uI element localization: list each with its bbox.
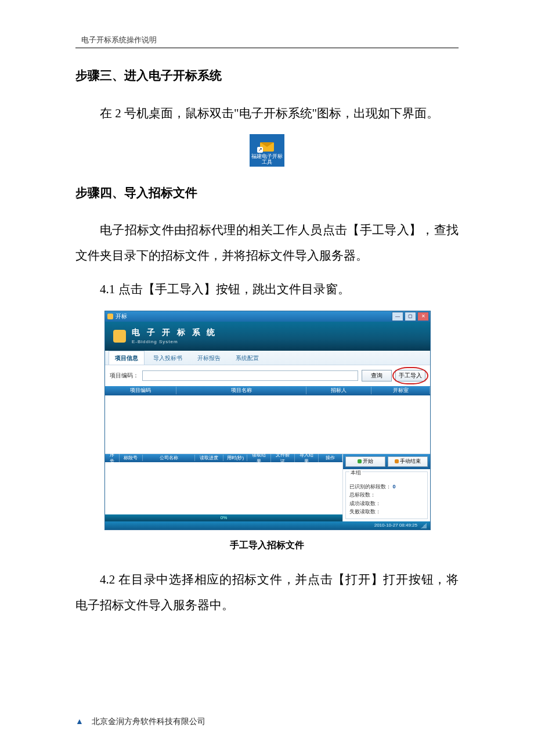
col-project-code: 项目编码 (105, 387, 176, 394)
desktop-icon-figure: ↗ 福建电子开标 工具 (75, 134, 459, 167)
start-button-label: 开始 (363, 458, 373, 465)
col-project-name: 项目名称 (176, 387, 306, 394)
shortcut-arrow-icon: ↗ (257, 147, 263, 153)
figure-caption: 手工导入招标文件 (75, 539, 459, 552)
col-elapsed: 用时(秒) (223, 455, 247, 461)
app-title: 电 子 开 标 系 统 (132, 327, 217, 338)
tab-bar: 项目信息 导入投标书 开标报告 系统配置 (105, 351, 430, 365)
col-read-prog: 读取进度 (195, 455, 223, 461)
tab-bid-report[interactable]: 开标报告 (191, 351, 227, 365)
stat-fail: 失败读取数： (349, 507, 424, 516)
heading-step-3: 步骤三、进入电子开标系统 (75, 66, 459, 85)
app-subtitle: E-Bidding System (132, 339, 217, 344)
status-time: 2010-10-27 08:49:25 (374, 523, 417, 528)
app-logo-icon (113, 330, 126, 343)
desktop-shortcut-icon: ↗ 福建电子开标 工具 (250, 134, 284, 167)
col-bidder: 招标人 (306, 387, 371, 394)
maximize-button[interactable]: ▢ (405, 312, 416, 321)
horizontal-rule (75, 48, 459, 48)
screenshot-figure: 开标 — ▢ ✕ 电 子 开 标 系 统 E-Bidding System 项目… (104, 311, 459, 530)
heading-step-4: 步骤四、导入招标文件 (75, 183, 459, 203)
stat-total-bidders: 总标段数： (349, 491, 424, 499)
paragraph-step-3: 在 2 号机桌面，鼠标双击"电子开标系统"图标，出现如下界面。 (75, 100, 459, 126)
envelope-icon: ↗ (259, 139, 275, 152)
col-action: 操作 (319, 455, 342, 461)
paragraph-4-2: 4.2 在目录中选择相应的招标文件，并点击【打开】打开按钮，将电子招标文件导入服… (75, 567, 459, 618)
search-toolbar: 项目编码： 查询 手工导入 (105, 365, 430, 386)
lower-left-panel: 序号 标段号 公司名称 读取进度 用时(秒) 读取结果 文件验证 导入结果 操作… (105, 454, 342, 521)
manual-end-button-label: 手动结束 (400, 458, 421, 465)
query-button[interactable]: 查询 (362, 370, 392, 381)
progress-table-header: 序号 标段号 公司名称 读取进度 用时(秒) 读取结果 文件验证 导入结果 操作 (105, 454, 342, 462)
running-head: 电子开标系统操作说明 (81, 35, 459, 45)
paragraph-step-4-intro: 电子招标文件由招标代理的相关工作人员点击【手工导入】，查找文件夹目录下的招标文件… (75, 217, 459, 268)
stat-read: 已识别的标段数： 0 (349, 483, 424, 491)
lower-panel: 序号 标段号 公司名称 读取进度 用时(秒) 读取结果 文件验证 导入结果 操作… (105, 454, 430, 521)
manual-end-button[interactable]: 手动结束 (388, 456, 428, 467)
resize-grip-icon[interactable] (421, 523, 427, 528)
app-banner: 电 子 开 标 系 统 E-Bidding System (105, 322, 430, 351)
project-table-header: 项目编码 项目名称 招标人 开标室 (105, 386, 430, 395)
close-button[interactable]: ✕ (417, 312, 429, 321)
right-panel-buttons: 开始 手动结束 (343, 454, 430, 469)
project-code-input[interactable] (142, 370, 358, 381)
play-icon (358, 459, 362, 463)
col-company: 公司名称 (143, 455, 195, 461)
status-bar: 2010-10-27 08:49:25 (105, 521, 430, 530)
progress-percent: 0% (221, 515, 228, 520)
manual-import-button-label: 手工导入 (399, 372, 422, 380)
manual-import-button[interactable]: 手工导入 (395, 370, 425, 381)
tab-import-bid[interactable]: 导入投标书 (147, 351, 189, 365)
document-page: 电子开标系统操作说明 步骤三、进入电子开标系统 在 2 号机桌面，鼠标双击"电子… (0, 0, 534, 756)
stat-success: 成功读取数： (349, 499, 424, 507)
company-name: 北京金润方舟软件科技有限公司 (92, 717, 205, 727)
paragraph-4-1: 4.1 点击【手工导入】按钮，跳出文件目录窗。 (75, 276, 459, 302)
app-window: 开标 — ▢ ✕ 电 子 开 标 系 统 E-Bidding System 项目… (104, 311, 431, 530)
progress-bar: 0% (105, 514, 342, 521)
window-controls: — ▢ ✕ (392, 312, 430, 321)
tab-project-info[interactable]: 项目信息 (109, 351, 145, 365)
minimize-button[interactable]: — (392, 312, 403, 321)
col-section: 标段号 (120, 455, 143, 461)
window-icon (107, 314, 113, 319)
page-footer: ▲ 北京金润方舟软件科技有限公司 (75, 717, 205, 727)
window-titlebar[interactable]: 开标 — ▢ ✕ (105, 311, 430, 322)
desktop-icon-label: 福建电子开标 工具 (251, 154, 283, 165)
stop-icon (395, 459, 399, 463)
label-project-code: 项目编码： (110, 372, 139, 380)
right-panel: 开始 手动结束 本组 已识别的标段数： 0 总标段数： (342, 454, 430, 521)
project-table-body[interactable] (105, 395, 430, 454)
tab-system-config[interactable]: 系统配置 (229, 351, 265, 365)
progress-table-body[interactable] (105, 462, 342, 514)
window-title: 开标 (116, 312, 392, 321)
company-logo-icon: ▲ (75, 717, 84, 726)
stats-group-label: 本组 (349, 470, 362, 476)
start-button[interactable]: 开始 (345, 456, 385, 467)
col-bid-room: 开标室 (371, 387, 430, 394)
stats-group: 本组 已识别的标段数： 0 总标段数： 成功读取数： 失败读取数： (345, 471, 428, 519)
stat-read-value: 0 (393, 484, 396, 489)
